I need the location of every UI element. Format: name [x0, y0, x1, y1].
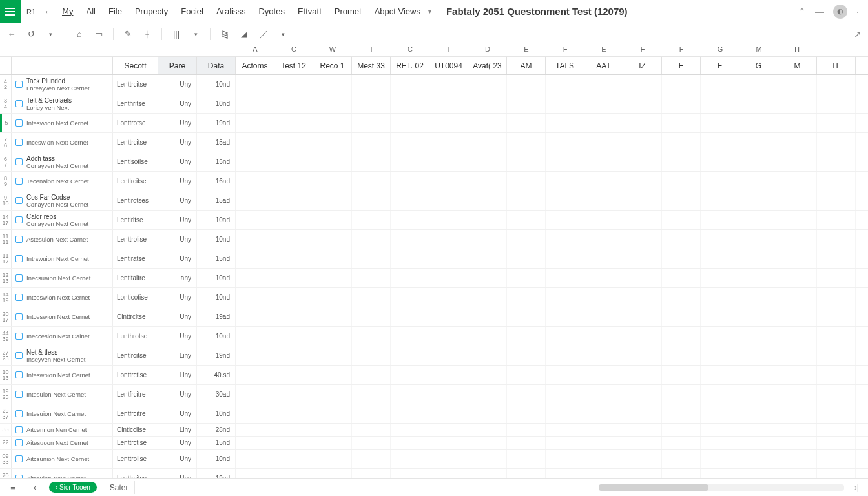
cell-secott[interactable]: Lonticotise: [113, 288, 158, 307]
col-letter[interactable]: M: [739, 45, 778, 56]
cell-data[interactable]: 10ad: [197, 211, 236, 229]
table-row[interactable]: 34Telt & CerolaelsLoriey ven NextLenthri…: [0, 94, 868, 114]
more-icon[interactable]: ·: [856, 6, 859, 17]
table-row[interactable]: 35Aitcenrion Nen CernetCinticcilseLiny28…: [0, 424, 868, 437]
checkbox[interactable]: [16, 236, 23, 243]
cell-data[interactable]: 19ad: [197, 469, 236, 478]
header-cell[interactable]: Avat( 23: [468, 57, 507, 74]
table-row[interactable]: 2937Intesuion Next CarnetLentfrcitreUny1…: [0, 404, 868, 424]
checkbox[interactable]: [16, 274, 23, 282]
task-cell[interactable]: Net & tlessInseyven Next Cernet: [12, 346, 113, 365]
table-row[interactable]: 1417Caldr repsConayven Next CernetLentir…: [0, 211, 868, 230]
task-cell[interactable]: Caldr repsConayven Next Cernet: [12, 211, 113, 229]
cell-secott[interactable]: Lenttrcitse: [113, 469, 158, 478]
sheet-tab[interactable]: Sater: [103, 481, 136, 494]
header-secott[interactable]: Secott: [113, 57, 158, 74]
menu-aralisss[interactable]: Aralisss: [210, 0, 253, 23]
cell-pare[interactable]: Uny: [158, 114, 197, 132]
table-row[interactable]: 76Inceswion Next CernetLenttrcitseUny15a…: [0, 133, 868, 152]
header-cell[interactable]: Reco 1: [313, 57, 352, 74]
cell-secott[interactable]: Lenttrcitse: [113, 75, 158, 94]
cell-pare[interactable]: Uny: [158, 94, 197, 113]
cell-pare[interactable]: Liny: [158, 424, 197, 436]
task-cell[interactable]: Intesvvion Next Cernet: [12, 114, 113, 132]
cell-data[interactable]: 10nd: [197, 450, 236, 468]
action-pill[interactable]: › Sior Tooen: [49, 482, 97, 493]
cell-secott[interactable]: Lenttrolise: [113, 450, 158, 468]
table-row[interactable]: 89Tecenaion Next CernetLentlrcitseUny16a…: [0, 172, 868, 191]
header-data[interactable]: Data: [197, 57, 236, 74]
cell-secott[interactable]: Lonttrotse: [113, 114, 158, 132]
cell-pare[interactable]: Uny: [158, 152, 197, 171]
header-cell[interactable]: AM: [507, 57, 546, 74]
cell-data[interactable]: 40.sd: [197, 366, 236, 384]
cell-secott[interactable]: Lenthritse: [113, 94, 158, 113]
prev-sheet-icon[interactable]: ‹: [27, 480, 43, 495]
task-cell[interactable]: Inecsuaion Next Cernet: [12, 269, 113, 287]
data-grid[interactable]: 42Tack PlundedLnreayven Next CernetLentt…: [0, 75, 868, 478]
table-row[interactable]: 4439Ineccesion Next CainetLunthrotseUny1…: [0, 327, 868, 346]
task-cell[interactable]: Ineccesion Next Cainet: [12, 327, 113, 346]
line-icon[interactable]: ／: [256, 26, 271, 42]
table-row[interactable]: 67Adch tassConayven Next CernetLentlsoti…: [0, 152, 868, 172]
checkbox[interactable]: [16, 139, 23, 146]
cell-pare[interactable]: Uny: [158, 385, 197, 404]
cell-data[interactable]: 15ad: [197, 133, 236, 152]
task-cell[interactable]: Intceswion Next Cernet: [12, 307, 113, 326]
cell-data[interactable]: 15nd: [197, 249, 236, 268]
menu-all[interactable]: All: [80, 0, 102, 23]
header-cell[interactable]: IZ: [623, 57, 662, 74]
cell-secott[interactable]: Lentlrcitse: [113, 346, 158, 365]
user-avatar[interactable]: ◐: [833, 5, 847, 19]
menu-my[interactable]: M̲y: [56, 0, 80, 23]
scrollbar-thumb[interactable]: [599, 484, 708, 491]
cell-data[interactable]: 10nd: [197, 230, 236, 249]
cell-pare[interactable]: Uny: [158, 450, 197, 468]
task-cell[interactable]: Telt & CerolaelsLoriey ven Next: [12, 94, 113, 113]
task-cell[interactable]: Inceswion Next Cernet: [12, 133, 113, 152]
header-pare[interactable]: Pare: [158, 57, 197, 74]
cell-data[interactable]: 10nd: [197, 75, 236, 94]
checkbox[interactable]: [16, 158, 23, 165]
table-row[interactable]: 1419Intceswion Next CernetLonticotiseUny…: [0, 288, 868, 307]
cell-data[interactable]: 10nd: [197, 288, 236, 307]
col-letter[interactable]: W: [313, 45, 352, 56]
header-cell[interactable]: Mest 33: [352, 57, 391, 74]
cell-pare[interactable]: Uny: [158, 327, 197, 346]
table-row[interactable]: 1925Intesuion Next CernetLentfrcitreUny3…: [0, 385, 868, 404]
table-row[interactable]: 42Tack PlundedLnreayven Next CernetLentt…: [0, 75, 868, 94]
cell-pare[interactable]: Uny: [158, 469, 197, 478]
cell-data[interactable]: 10nd: [197, 94, 236, 113]
checkbox[interactable]: [16, 100, 23, 107]
home-icon[interactable]: ⌂: [72, 26, 87, 42]
collapse-icon[interactable]: ⌃: [798, 6, 806, 17]
col-letter[interactable]: F: [623, 45, 662, 56]
cell-pare[interactable]: Uny: [158, 249, 197, 268]
columns-dropdown[interactable]: ▾: [188, 26, 203, 42]
checkbox[interactable]: [16, 426, 23, 433]
task-cell[interactable]: Inteswoion Next Cernet: [12, 366, 113, 384]
cell-secott[interactable]: Lenttrctise: [113, 437, 158, 449]
table-row[interactable]: 5Intesvvion Next CernetLonttrotseUny19ad: [0, 114, 868, 133]
horizontal-scrollbar[interactable]: [599, 484, 844, 491]
col-letter[interactable]: E: [584, 45, 623, 56]
header-cell[interactable]: G: [739, 57, 778, 74]
cell-pare[interactable]: Uny: [158, 404, 197, 423]
cell-pare[interactable]: Liny: [158, 366, 197, 384]
menu-promet[interactable]: Promet: [328, 0, 368, 23]
header-cell[interactable]: RET. 02: [391, 57, 429, 74]
header-cell[interactable]: AAT: [584, 57, 623, 74]
menu-file[interactable]: File: [102, 0, 129, 23]
redo-dropdown[interactable]: ▾: [43, 26, 58, 42]
cell-data[interactable]: 15nd: [197, 437, 236, 449]
header-cell[interactable]: IT: [817, 57, 856, 74]
header-cell[interactable]: F: [701, 57, 739, 74]
cell-pare[interactable]: Uny: [158, 133, 197, 152]
checkbox[interactable]: [16, 178, 23, 185]
cell-data[interactable]: 19nd: [197, 346, 236, 365]
table-row[interactable]: 1013Inteswoion Next CernetLonttrctiseLin…: [0, 366, 868, 385]
col-letter[interactable]: D: [468, 45, 507, 56]
cell-secott[interactable]: Lenttrolise: [113, 230, 158, 249]
cell-data[interactable]: 10ad: [197, 269, 236, 287]
checkbox[interactable]: [16, 294, 23, 301]
